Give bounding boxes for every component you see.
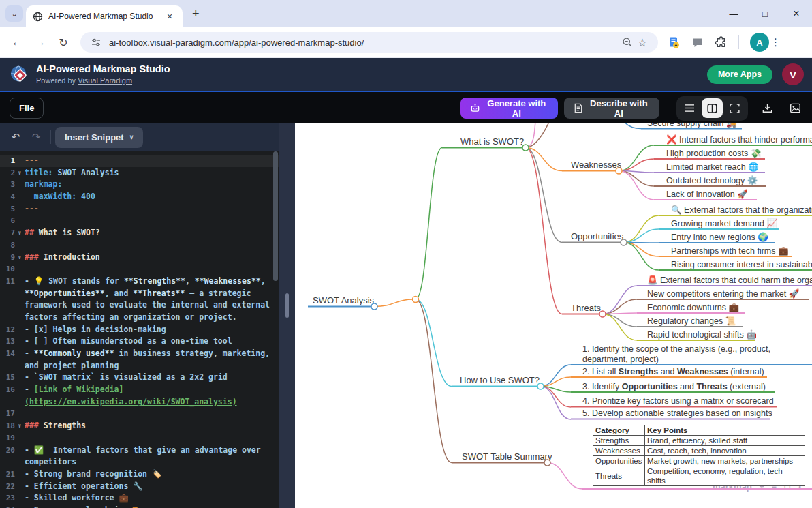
file-menu-button[interactable]: File bbox=[10, 98, 44, 119]
editor-scrollbar[interactable] bbox=[273, 151, 278, 281]
map-node-label-opp-3[interactable]: Entry into new regions 🌍 bbox=[671, 232, 768, 243]
new-tab-button[interactable]: + bbox=[192, 7, 200, 21]
url-text[interactable]: ai-toolbox.visual-paradigm.com/app/ai-po… bbox=[109, 38, 620, 48]
map-node-label-threat-2[interactable]: New competitors entering the market 🚀 bbox=[647, 288, 800, 299]
code-line-1[interactable]: 1--- bbox=[0, 155, 279, 167]
more-apps-button[interactable]: More Apps bbox=[707, 65, 772, 84]
map-node-circle-root[interactable] bbox=[371, 303, 377, 310]
fold-chevron-icon[interactable]: ∨ bbox=[15, 167, 25, 179]
map-node-label-how-1[interactable]: 1. Identify the scope of the analysis (e… bbox=[582, 344, 770, 354]
code-line-6[interactable]: 6 bbox=[0, 215, 279, 227]
forward-button[interactable]: → bbox=[29, 36, 52, 48]
code-line-11-wrap1[interactable]: **Opportunities**, and **Threats** — a s… bbox=[0, 288, 279, 300]
map-node-label-weaknesses[interactable]: Weaknesses bbox=[571, 160, 622, 170]
code-line-14-wrap1[interactable]: and project planning bbox=[0, 360, 279, 372]
extension-chat-icon[interactable] bbox=[691, 36, 704, 48]
code-line-7[interactable]: 7∨## What is SWOT? bbox=[0, 227, 279, 239]
map-node-label-how-5[interactable]: 5. Develop actionable strategies based o… bbox=[582, 408, 772, 418]
map-node-circle-swot-table-summary[interactable] bbox=[544, 460, 550, 466]
mindmap-svg[interactable]: SWOT AnalysisWhat is SWOT?WeaknessesOppo… bbox=[295, 123, 812, 508]
code-line-11[interactable]: 11- 💡 SWOT stands for **Strengths**, **W… bbox=[0, 275, 279, 288]
map-node-label-how-1[interactable]: department, project) bbox=[582, 355, 659, 364]
map-node-label-opp-4[interactable]: Partnerships with tech firms 💼 bbox=[671, 245, 789, 256]
map-node-label-threat-4[interactable]: Regulatory changes 📜 bbox=[647, 316, 736, 327]
code-line-23[interactable]: 23- Skilled workforce 💼 bbox=[0, 492, 279, 505]
code-line-21[interactable]: 21- Strong brand recognition 🏷️ bbox=[0, 468, 279, 481]
zoom-out-icon[interactable] bbox=[620, 37, 635, 48]
map-node-label-how-3[interactable]: 3. Identify Opportunities and Threats (e… bbox=[582, 382, 766, 391]
map-node-circle-threats[interactable] bbox=[599, 311, 606, 317]
window-maximize-button[interactable]: □ bbox=[749, 0, 781, 27]
splitter-handle[interactable] bbox=[285, 293, 289, 318]
map-node-label-opportunities[interactable]: Opportunities bbox=[571, 231, 624, 241]
map-node-label-secure-supply-chain[interactable]: Secure supply chain 🚚 bbox=[647, 123, 737, 129]
bookmark-star-icon[interactable]: ☆ bbox=[635, 36, 650, 49]
map-node-label-weak-3[interactable]: Limited market reach 🌐 bbox=[666, 162, 759, 173]
redo-icon[interactable]: ↷ bbox=[26, 131, 46, 143]
code-line-18[interactable]: 18∨### Strengths bbox=[0, 420, 279, 432]
code-line-15[interactable]: 15- `SWOT matrix` is visualized as a 2x2… bbox=[0, 372, 279, 384]
map-node-label-what-is-swot[interactable]: What is SWOT? bbox=[460, 136, 524, 147]
browser-profile-avatar[interactable]: A bbox=[750, 33, 769, 52]
code-line-17[interactable]: 17 bbox=[0, 408, 279, 420]
code-line-12[interactable]: 12- [x] Helps in decision-making bbox=[0, 324, 279, 336]
code-line-19[interactable]: 19 bbox=[0, 432, 279, 445]
code-line-3[interactable]: 3markmap: bbox=[0, 179, 279, 191]
code-line-8[interactable]: 8 bbox=[0, 239, 279, 252]
window-close-button[interactable]: × bbox=[781, 0, 812, 27]
pane-splitter[interactable] bbox=[279, 123, 295, 508]
map-node-label-opp-1[interactable]: 🔍 External factors that the organization… bbox=[671, 205, 812, 215]
code-editor[interactable]: 1---2∨title: SWOT Analysis3markmap:4 max… bbox=[0, 151, 279, 508]
fullscreen-view-button[interactable] bbox=[724, 98, 745, 118]
map-node-label-how-4[interactable]: 4. Prioritize key factors using a matrix… bbox=[582, 396, 774, 406]
map-node-label-opp-2[interactable]: Growing market demand 📈 bbox=[671, 218, 777, 229]
fold-chevron-icon[interactable]: ∨ bbox=[15, 227, 25, 239]
map-node-label-swot-table-summary[interactable]: SWOT Table Summary bbox=[462, 451, 552, 462]
code-line-20-wrap1[interactable]: competitors bbox=[0, 456, 279, 468]
code-line-22[interactable]: 22- Efficient operations 🔧 bbox=[0, 481, 279, 493]
map-node-label-weak-2[interactable]: High production costs 💸 bbox=[666, 148, 762, 159]
code-line-5[interactable]: 5--- bbox=[0, 203, 279, 215]
code-line-2[interactable]: 2∨title: SWOT Analysis bbox=[0, 167, 279, 179]
visual-paradigm-link[interactable]: Visual Paradigm bbox=[78, 76, 132, 85]
generate-with-ai-button[interactable]: Generate with AI bbox=[460, 98, 558, 119]
browser-tab[interactable]: AI-Powered Markmap Studio × bbox=[26, 5, 183, 27]
map-node-circle-opportunities[interactable] bbox=[621, 239, 627, 245]
map-node-label-weak-5[interactable]: Lack of innovation 🚀 bbox=[666, 189, 748, 200]
address-bar[interactable]: ai-toolbox.visual-paradigm.com/app/ai-po… bbox=[80, 32, 658, 53]
reload-button[interactable]: ↻ bbox=[52, 36, 75, 49]
code-line-16[interactable]: 16- [Link of Wikipedia] bbox=[0, 384, 279, 396]
user-avatar[interactable]: V bbox=[782, 63, 804, 85]
code-line-10[interactable]: 10 bbox=[0, 263, 279, 275]
map-node-label-threat-5[interactable]: Rapid technological shifts 🤖 bbox=[647, 329, 757, 340]
map-node-label-weak-1[interactable]: ❌ Internal factors that hinder performan… bbox=[666, 134, 812, 145]
code-line-11-wrap3[interactable]: factors affecting an organization or pro… bbox=[0, 312, 279, 324]
map-node-label-threats[interactable]: Threats bbox=[571, 303, 602, 313]
download-icon[interactable] bbox=[760, 100, 776, 117]
map-node-label-threat-3[interactable]: Economic downturns 💼 bbox=[647, 302, 740, 313]
extension-doc-icon[interactable] bbox=[668, 36, 681, 49]
map-node-circle-how-to-use-swot[interactable] bbox=[537, 383, 544, 389]
map-node-label-opp-5[interactable]: Rising consumer interest in sustainabili… bbox=[671, 260, 812, 269]
fold-chevron-icon[interactable]: ∨ bbox=[15, 252, 25, 264]
mindmap-pane[interactable]: markmap + − ◻ ◐ SWOT AnalysisWhat is SWO… bbox=[295, 123, 812, 508]
window-minimize-button[interactable]: — bbox=[718, 0, 749, 27]
fold-chevron-icon[interactable]: ∨ bbox=[15, 420, 25, 432]
code-line-9[interactable]: 9∨### Introduction bbox=[0, 252, 279, 264]
back-button[interactable]: ← bbox=[5, 36, 29, 48]
map-node-label-weak-4[interactable]: Outdated technology ⚙️ bbox=[666, 175, 758, 186]
browser-menu-kebab-icon[interactable]: ⋮ bbox=[770, 36, 781, 48]
describe-with-ai-button[interactable]: Describe with AI bbox=[564, 98, 659, 119]
tab-search-chevron-icon[interactable]: ⌄ bbox=[5, 5, 23, 22]
code-line-14[interactable]: 14- **Commonly used** in business strate… bbox=[0, 348, 279, 360]
map-node-label-how-to-use-swot[interactable]: How to Use SWOT? bbox=[460, 375, 540, 385]
code-line-24[interactable]: 24- Secure supply chain 🚚 bbox=[0, 505, 279, 508]
code-line-16-wrap1[interactable]: (https://en.wikipedia.org/wiki/SWOT_anal… bbox=[0, 396, 279, 408]
undo-icon[interactable]: ↶ bbox=[5, 131, 26, 143]
site-settings-icon[interactable] bbox=[89, 37, 104, 48]
map-node-circle-what-is-swot[interactable] bbox=[522, 145, 529, 151]
map-node-label-how-2[interactable]: 2. List all Strengths and Weaknesses (in… bbox=[582, 367, 764, 376]
editor-only-view-button[interactable] bbox=[679, 98, 700, 118]
split-view-button[interactable] bbox=[702, 98, 723, 118]
map-node-circle-weaknesses[interactable] bbox=[616, 168, 622, 174]
